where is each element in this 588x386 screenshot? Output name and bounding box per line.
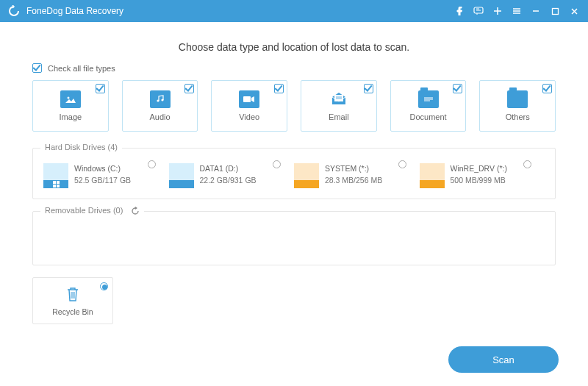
drive-windows-c[interactable]: Windows (C:)52.5 GB/117 GB: [43, 163, 169, 188]
type-video[interactable]: Video: [211, 80, 287, 132]
svg-point-3: [157, 99, 159, 101]
file-types-row: Image Audio Video Email Document Others: [32, 80, 556, 132]
svg-rect-6: [334, 95, 343, 101]
type-document[interactable]: Document: [390, 80, 467, 132]
type-image-checkbox[interactable]: [96, 84, 105, 93]
type-audio-checkbox[interactable]: [184, 84, 194, 93]
drive-icon: [420, 163, 445, 188]
type-others[interactable]: Others: [479, 80, 556, 132]
drive-icon: [294, 163, 319, 188]
app-title: FoneDog Data Recovery: [26, 6, 123, 16]
check-all-label: Check all file types: [48, 64, 115, 73]
svg-point-4: [161, 99, 163, 101]
menu-icon[interactable]: [507, 0, 526, 22]
type-document-label: Document: [409, 112, 446, 121]
drive-icon: [43, 163, 68, 188]
drive-system[interactable]: SYSTEM (*:)28.3 MB/256 MB: [294, 163, 420, 188]
hard-drives-group: Hard Disk Drives (4) Windows (C:)52.5 GB…: [32, 148, 556, 199]
recycle-bin-card[interactable]: Recycle Bin: [32, 277, 113, 324]
svg-rect-5: [243, 96, 251, 102]
titlebar: FoneDog Data Recovery: [0, 0, 588, 22]
feedback-icon[interactable]: [469, 0, 488, 22]
drive-radio[interactable]: [273, 160, 281, 168]
type-email-checkbox[interactable]: [364, 84, 373, 93]
type-image-label: Image: [60, 112, 82, 121]
drive-radio[interactable]: [148, 160, 156, 168]
document-icon: [418, 90, 439, 108]
svg-point-2: [67, 97, 69, 99]
svg-rect-1: [552, 8, 558, 14]
recycle-label: Recycle Bin: [52, 307, 93, 316]
hard-drives-title: Hard Disk Drives (4): [40, 143, 122, 151]
drive-radio[interactable]: [523, 160, 531, 168]
others-icon: [507, 90, 528, 108]
check-all-checkbox[interactable]: [32, 63, 42, 73]
trash-icon: [65, 286, 80, 304]
removable-drives-group: Removable Drives (0): [32, 211, 556, 265]
type-audio[interactable]: Audio: [122, 80, 198, 132]
type-document-checkbox[interactable]: [453, 84, 462, 93]
audio-icon: [150, 90, 171, 108]
facebook-icon[interactable]: [450, 0, 469, 22]
type-video-label: Video: [239, 112, 259, 121]
video-icon: [239, 90, 259, 108]
type-others-label: Others: [506, 112, 530, 121]
plus-icon[interactable]: [488, 0, 507, 22]
check-all-row[interactable]: Check all file types: [32, 63, 556, 73]
app-logo-icon: [7, 4, 21, 18]
refresh-icon[interactable]: [131, 207, 140, 215]
drive-winre[interactable]: WinRE_DRV (*:)500 MB/999 MB: [420, 163, 545, 188]
type-audio-label: Audio: [149, 112, 170, 121]
drive-icon: [169, 163, 194, 188]
type-email[interactable]: Email: [301, 80, 377, 132]
maximize-icon[interactable]: [545, 0, 564, 22]
type-email-label: Email: [329, 112, 349, 121]
page-heading: Choose data type and location of lost da…: [32, 41, 556, 53]
removable-title: Removable Drives (0): [40, 206, 144, 215]
drive-data1-d[interactable]: DATA1 (D:)22.2 GB/931 GB: [169, 163, 295, 188]
type-others-checkbox[interactable]: [542, 84, 552, 93]
type-image[interactable]: Image: [32, 80, 109, 132]
drive-radio[interactable]: [398, 160, 406, 168]
recycle-radio[interactable]: [100, 282, 108, 290]
scan-button[interactable]: Scan: [448, 346, 559, 373]
minimize-icon[interactable]: [526, 0, 545, 22]
close-icon[interactable]: [564, 0, 584, 22]
email-icon: [329, 90, 349, 108]
type-video-checkbox[interactable]: [274, 84, 284, 93]
image-icon: [60, 90, 81, 108]
